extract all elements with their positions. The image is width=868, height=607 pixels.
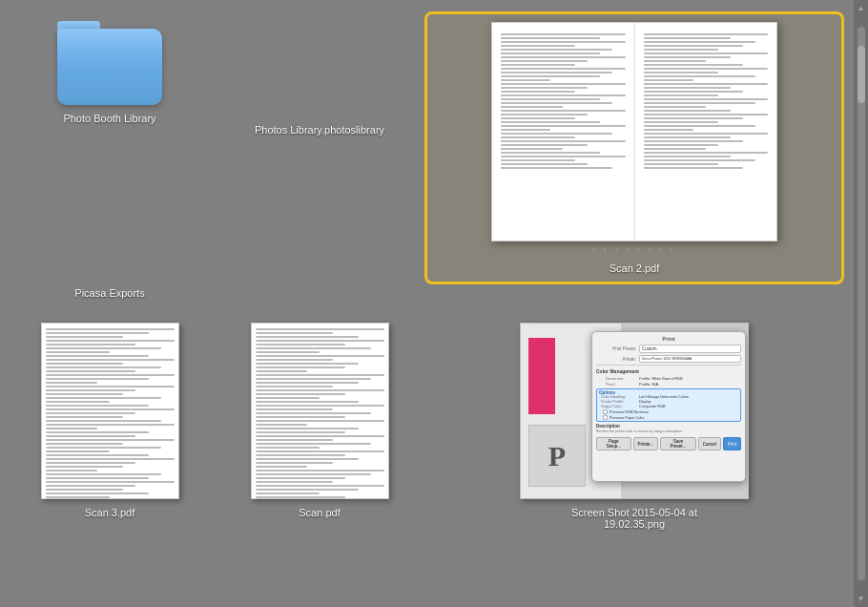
scan2-item[interactable]: • • • • • • • • Scan 2.pdf — [424, 11, 844, 284]
picasa-exports-item[interactable]: Picasa Exports — [5, 280, 215, 308]
desktop: Photo Booth Library Photos Library.photo… — [0, 0, 854, 607]
printer-button[interactable]: Printer... — [633, 437, 659, 450]
picasa-label: Picasa Exports — [74, 287, 144, 299]
screenshot-label: Screen Shot 2015-05-04 at 19.02.35.png — [548, 507, 720, 530]
folder-icon — [57, 21, 162, 105]
middle-col-top: Photos Library.photoslibrary — [215, 11, 424, 145]
photo-booth-library-item[interactable]: Photo Booth Library — [5, 11, 215, 134]
cancel-button[interactable]: Cancel — [698, 437, 721, 450]
bottom-row: Scan 3.pdf — [0, 308, 854, 539]
scrollbar-track[interactable] — [858, 27, 865, 580]
print-button[interactable]: Print — [723, 437, 741, 450]
page-setup-button[interactable]: Page Setup... — [596, 437, 631, 450]
print-dialog: Print Print Preset: Custom Printer: Xero… — [591, 331, 746, 482]
screenshot-item[interactable]: Print Print Preset: Custom Printer: Xero… — [424, 313, 844, 539]
scan2-label: Scan 2.pdf — [610, 262, 660, 274]
scan3-item[interactable]: Scan 3.pdf — [5, 313, 215, 528]
scrollbar[interactable]: ▲ ▼ — [854, 0, 868, 607]
scroll-up-arrow[interactable]: ▲ — [858, 4, 865, 12]
scan3-label: Scan 3.pdf — [85, 507, 135, 518]
scroll-down-arrow[interactable]: ▼ — [858, 595, 865, 603]
save-preset-button[interactable]: Save Preset... — [660, 437, 695, 450]
scan-item[interactable]: Scan.pdf — [215, 313, 424, 528]
top-row: Photo Booth Library Photos Library.photo… — [0, 0, 854, 284]
scan-thumbnail — [251, 323, 389, 499]
screenshot-thumbnail: Print Print Preset: Custom Printer: Xero… — [520, 323, 749, 499]
scan-label: Scan.pdf — [299, 507, 340, 518]
photos-library-label: Photos Library.photoslibrary — [255, 124, 384, 136]
scrollbar-thumb[interactable] — [858, 46, 865, 103]
scan2-thumbnail — [491, 22, 777, 241]
scan3-thumbnail — [41, 323, 179, 499]
photo-booth-library-label: Photo Booth Library — [63, 113, 155, 124]
